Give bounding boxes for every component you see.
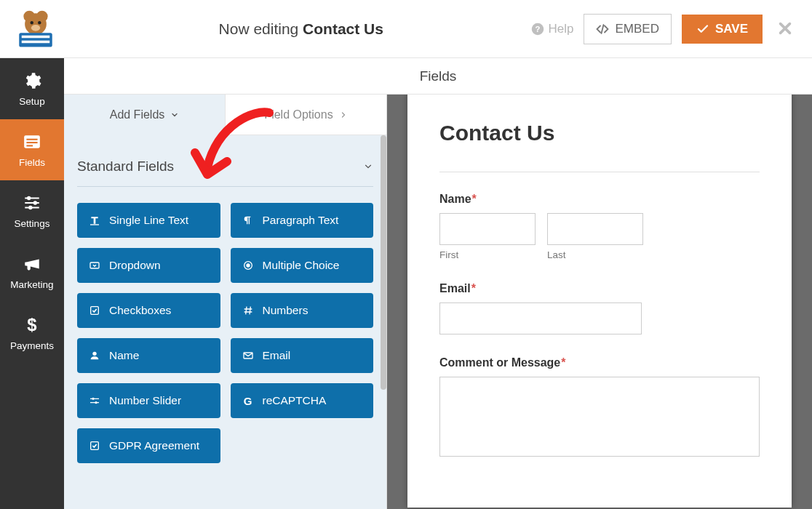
field-label: Paragraph Text (263, 214, 339, 227)
field-gdpr-agreement[interactable]: GDPR Agreement (77, 428, 220, 463)
field-number-slider[interactable]: Number Slider (77, 383, 220, 418)
save-label: SAVE (715, 22, 748, 36)
editing-title: Now editing Contact Us (71, 20, 531, 38)
save-button[interactable]: SAVE (682, 15, 763, 44)
code-icon (596, 23, 609, 36)
section-standard-fields[interactable]: Standard Fields (77, 148, 373, 187)
preview-field-message[interactable]: Comment or Message* (439, 356, 760, 457)
sidebar-label: Payments (10, 340, 54, 351)
preview-field-name[interactable]: Name* First Last (439, 193, 760, 260)
svg-rect-19 (90, 224, 99, 225)
svg-point-27 (95, 401, 97, 404)
field-label: Single Line Text (109, 214, 188, 227)
field-grid: Single Line Text Paragraph Text Dropdown… (77, 203, 373, 463)
app-logo (0, 1, 71, 57)
sidebar-label: Marketing (10, 279, 53, 290)
gear-icon (23, 71, 41, 90)
envelope-icon (242, 350, 254, 361)
sublabel-last: Last (547, 249, 643, 260)
svg-point-17 (28, 205, 32, 209)
google-g-icon: G (242, 395, 254, 406)
sidebar-spacer (0, 364, 64, 509)
form-preview: Contact Us Name* First Last Email* (407, 92, 792, 508)
top-bar-actions: ? Help EMBED SAVE (531, 14, 812, 44)
sublabel-first: First (439, 249, 536, 260)
sidebar-item-fields[interactable]: Fields (0, 119, 64, 180)
hash-icon (242, 305, 254, 316)
form-title: Contact Us (439, 121, 760, 145)
preview-field-email[interactable]: Email* (439, 282, 760, 334)
slider-icon (89, 395, 100, 406)
chevron-down-icon (170, 111, 179, 119)
chevron-down-icon (363, 161, 373, 172)
top-bar: Now editing Contact Us ? Help EMBED SAVE (0, 0, 812, 58)
field-single-line-text[interactable]: Single Line Text (77, 203, 220, 238)
check-icon (696, 23, 709, 36)
embed-label: EMBED (615, 22, 658, 36)
section-label: Standard Fields (77, 159, 174, 175)
email-input[interactable] (439, 302, 642, 334)
main-area: Setup Fields Settings Marketing $ Paymen… (0, 58, 812, 509)
divider (439, 172, 760, 172)
scrollbar[interactable] (381, 135, 386, 390)
svg-point-4 (38, 21, 41, 24)
first-name-input[interactable] (439, 213, 536, 245)
close-button[interactable] (773, 17, 797, 41)
required-indicator: * (561, 356, 565, 369)
svg-point-3 (31, 21, 33, 24)
label-text: Email (439, 282, 471, 294)
dropdown-icon (89, 260, 100, 271)
message-textarea[interactable] (439, 377, 760, 457)
field-label: Checkboxes (109, 304, 171, 317)
sidebar-item-setup[interactable]: Setup (0, 58, 64, 119)
svg-rect-6 (19, 33, 52, 47)
field-paragraph-text[interactable]: Paragraph Text (231, 203, 374, 238)
svg-rect-12 (26, 138, 37, 140)
fields-panel: Fields Add Fields Field Options Standard… (64, 58, 387, 509)
field-label: Name* (439, 193, 760, 206)
sidebar-item-settings[interactable]: Settings (0, 180, 64, 241)
field-email[interactable]: Email (231, 338, 374, 373)
sidebar-label: Settings (15, 218, 50, 229)
tab-field-options[interactable]: Field Options (225, 95, 386, 135)
dollar-icon: $ (23, 316, 41, 334)
text-icon (89, 215, 100, 226)
checkbox-icon (89, 440, 100, 452)
field-checkboxes[interactable]: Checkboxes (77, 293, 220, 328)
radio-icon (242, 260, 254, 271)
required-indicator: * (472, 193, 477, 205)
sidebar-item-payments[interactable]: $ Payments (0, 302, 64, 364)
tab-label: Add Fields (110, 108, 165, 121)
svg-rect-8 (22, 40, 50, 43)
field-label: Comment or Message* (439, 356, 760, 369)
embed-button[interactable]: EMBED (584, 14, 671, 44)
sidebar-item-marketing[interactable]: Marketing (0, 241, 64, 302)
sidebar-label: Fields (19, 157, 45, 168)
svg-point-16 (33, 201, 37, 204)
field-label: Dropdown (109, 259, 161, 272)
field-name[interactable]: Name (77, 338, 220, 373)
field-numbers[interactable]: Numbers (231, 293, 374, 328)
panel-header: Fields (64, 58, 812, 95)
sidebar: Setup Fields Settings Marketing $ Paymen… (0, 58, 64, 509)
svg-point-2 (25, 13, 47, 35)
panel-header-label: Fields (420, 68, 457, 84)
tab-add-fields[interactable]: Add Fields (64, 95, 225, 135)
tab-label: Field Options (264, 108, 333, 121)
paragraph-icon (242, 215, 254, 226)
field-label: reCAPTCHA (263, 394, 327, 407)
last-name-input[interactable] (547, 213, 643, 245)
field-label: Name (109, 349, 139, 362)
sidebar-label: Setup (19, 96, 44, 107)
megaphone-icon (23, 254, 41, 273)
svg-point-22 (246, 263, 250, 267)
field-dropdown[interactable]: Dropdown (77, 248, 220, 283)
svg-rect-13 (26, 142, 37, 143)
chevron-right-icon (339, 111, 348, 119)
required-indicator: * (471, 282, 476, 294)
help-button[interactable]: ? Help (531, 22, 574, 36)
field-label: Number Slider (109, 394, 181, 407)
field-multiple-choice[interactable]: Multiple Choice (231, 248, 374, 283)
svg-point-26 (92, 398, 94, 400)
field-recaptcha[interactable]: G reCAPTCHA (231, 383, 374, 418)
